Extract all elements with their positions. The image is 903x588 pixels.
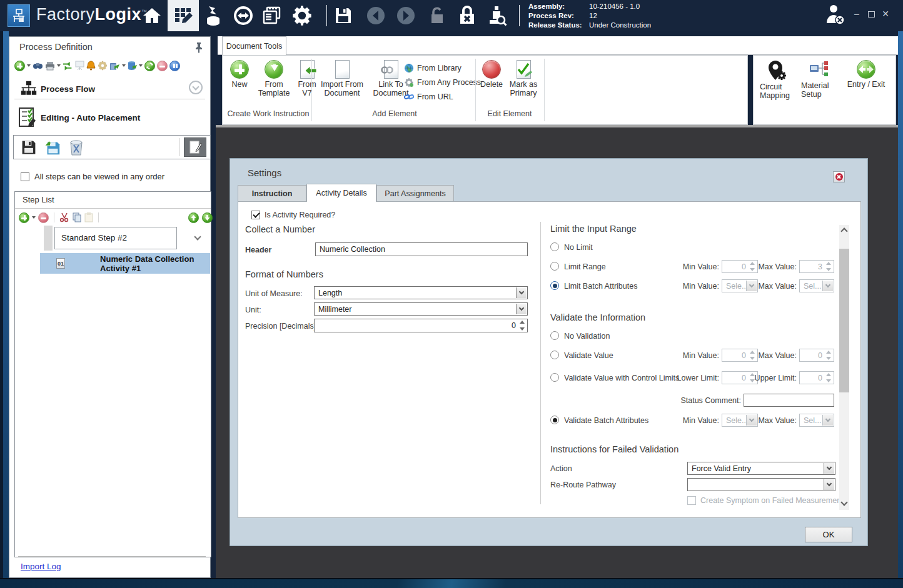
action-select[interactable]: Force Valid Entry (687, 462, 835, 475)
limit-batch-attributes-radio[interactable] (550, 281, 559, 290)
import-log-link[interactable]: Import Log (21, 562, 61, 571)
ok-button[interactable]: OK (805, 527, 852, 542)
step-combo-chevron-icon[interactable] (194, 233, 201, 240)
export-folder-icon[interactable] (109, 61, 120, 71)
action-chevron-icon[interactable] (824, 463, 834, 474)
copy-icon[interactable] (72, 212, 82, 222)
save-icon[interactable] (331, 5, 355, 26)
lb-max-select[interactable]: Sel... (799, 279, 834, 292)
add-step-icon[interactable] (19, 212, 29, 223)
entry-exit-button[interactable]: Entry / Exit (841, 60, 891, 89)
unit-chevron-icon[interactable] (516, 304, 527, 314)
status-comment-input[interactable] (744, 394, 834, 407)
production-icon[interactable] (201, 5, 225, 26)
tab-document-tools[interactable]: Document Tools (222, 36, 286, 55)
reroute-chevron-icon[interactable] (824, 479, 834, 490)
move-up-icon[interactable] (188, 212, 199, 223)
import-from-document-button[interactable]: Import From Document (316, 60, 368, 97)
cut-icon[interactable] (59, 212, 69, 222)
all-steps-checkbox[interactable] (21, 172, 29, 181)
lb-max-chevron-icon[interactable] (822, 281, 833, 291)
add-step-dropdown-icon[interactable] (32, 216, 36, 219)
tab-instruction[interactable]: Instruction (238, 185, 306, 202)
material-setup-button[interactable]: Material Setup (801, 60, 840, 99)
scroll-up-icon[interactable] (840, 227, 847, 234)
from-url-button[interactable]: From URL (404, 91, 481, 102)
activity-list-item[interactable]: 01 Numeric Data Collection Activity #1 (40, 253, 210, 274)
step-selector-combo[interactable]: Standard Step #2 (54, 227, 177, 249)
scrollbar[interactable] (839, 225, 849, 510)
add-icon[interactable] (14, 61, 25, 71)
scrollbar-thumb[interactable] (839, 249, 849, 392)
user-logout-icon[interactable] (823, 4, 847, 25)
tab-activity-details[interactable]: Activity Details (306, 184, 376, 202)
refresh-icon[interactable] (144, 61, 155, 71)
precision-spinner[interactable]: 0 (314, 319, 528, 332)
limit-range-radio[interactable] (550, 262, 559, 271)
lock-icon[interactable] (455, 5, 479, 26)
remove-icon[interactable] (157, 61, 168, 71)
is-activity-required-checkbox[interactable] (251, 211, 260, 219)
move-down-icon[interactable] (202, 212, 213, 223)
vb-max-chevron-icon[interactable] (822, 415, 833, 426)
add-dropdown-icon[interactable] (27, 64, 31, 67)
print-dropdown-icon[interactable] (57, 64, 61, 67)
header-input[interactable]: Numeric Collection (315, 242, 528, 256)
home-icon[interactable] (140, 5, 164, 26)
from-template-button[interactable]: From Template (254, 60, 294, 97)
mark-as-primary-button[interactable]: Mark as Primary (505, 60, 542, 97)
reroute-pathway-select[interactable] (687, 478, 835, 491)
uom-chevron-icon[interactable] (516, 287, 527, 298)
from-any-process-button[interactable]: From Any Process (404, 76, 481, 88)
dialog-close-button[interactable] (833, 171, 845, 182)
from-library-button[interactable]: From Library (404, 62, 481, 74)
new-button[interactable]: New (226, 60, 253, 89)
undo-icon[interactable] (364, 5, 388, 26)
maximize-button[interactable] (868, 11, 875, 17)
settings-gear-icon[interactable] (290, 5, 314, 26)
no-validation-radio[interactable] (550, 331, 559, 340)
transfer-icon[interactable] (231, 5, 255, 26)
find-icon[interactable] (33, 61, 43, 70)
remove-step-icon[interactable] (38, 212, 49, 223)
tab-part-assignments[interactable]: Part Assignments (376, 185, 454, 202)
gear-icon[interactable] (98, 61, 108, 71)
import-document-icon[interactable] (41, 137, 64, 157)
bell-icon[interactable] (86, 61, 96, 71)
redo-icon[interactable] (394, 5, 418, 26)
validate-batch-attributes-radio[interactable] (550, 416, 559, 424)
save-document-icon[interactable] (18, 137, 40, 157)
close-button[interactable]: ✕ (879, 7, 892, 20)
vb-max-select[interactable]: Sel... (799, 414, 834, 427)
export-dropdown-icon[interactable] (122, 64, 126, 67)
unit-of-measure-select[interactable]: Length (314, 286, 528, 299)
reports-icon[interactable] (260, 5, 284, 26)
print-icon[interactable] (45, 61, 55, 71)
unit-select[interactable]: Millimeter (314, 302, 528, 316)
process-definition-icon[interactable] (168, 0, 199, 31)
paste-icon[interactable] (84, 212, 93, 222)
vb-min-select[interactable]: Sele... (722, 414, 758, 427)
no-limit-radio[interactable] (550, 242, 559, 251)
archive-dropdown-icon[interactable] (139, 64, 143, 67)
unlock-icon[interactable] (425, 5, 449, 26)
archive-icon[interactable] (128, 61, 137, 71)
audit-search-icon[interactable] (485, 5, 509, 26)
validate-control-limits-radio[interactable] (550, 373, 559, 382)
lb-min-select[interactable]: Sele... (722, 279, 758, 292)
circuit-mapping-button[interactable]: Circuit Mapping (760, 60, 799, 100)
process-flow-label[interactable]: Process Flow (41, 84, 95, 94)
minimize-button[interactable]: – (850, 7, 863, 20)
from-url-icon (404, 93, 414, 101)
delete-element-button[interactable]: Delete (478, 60, 505, 89)
collapse-panel-icon[interactable] (189, 81, 203, 94)
validate-value-radio[interactable] (550, 351, 559, 359)
whiteboard-icon[interactable] (75, 61, 84, 71)
edit-mode-toggle-icon[interactable] (184, 137, 206, 157)
scroll-down-icon[interactable] (840, 499, 847, 506)
shuffle-icon[interactable] (63, 61, 73, 71)
delete-document-icon[interactable] (65, 137, 88, 157)
pause-icon[interactable] (169, 61, 180, 71)
mark-as-primary-icon (517, 60, 531, 79)
pin-icon[interactable] (194, 42, 204, 53)
